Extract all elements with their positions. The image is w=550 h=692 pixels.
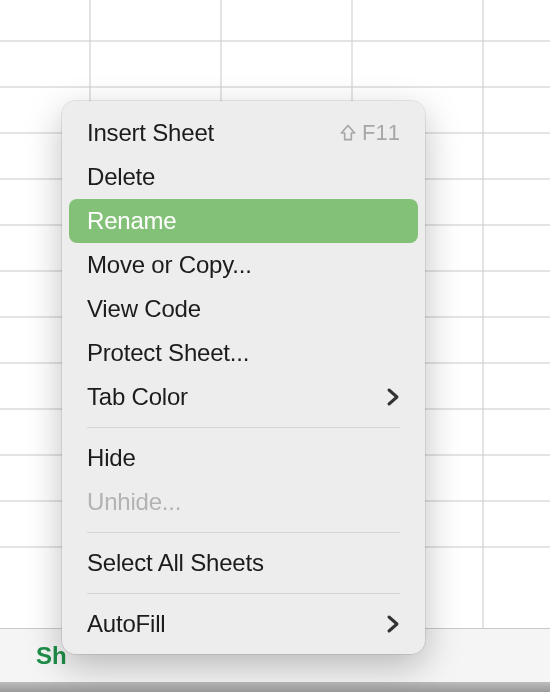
menu-item-label: Delete	[87, 163, 400, 191]
sheet-tab-context-menu: Insert Sheet F11 Delete Rename Move or C…	[62, 101, 425, 654]
menu-item-hide[interactable]: Hide	[69, 436, 418, 480]
menu-item-label: View Code	[87, 295, 400, 323]
menu-item-label: Move or Copy...	[87, 251, 400, 279]
menu-separator	[87, 427, 400, 428]
menu-item-tab-color[interactable]: Tab Color	[69, 375, 418, 419]
menu-item-move-or-copy[interactable]: Move or Copy...	[69, 243, 418, 287]
shift-icon	[338, 123, 358, 143]
menu-separator	[87, 532, 400, 533]
menu-item-label: Tab Color	[87, 383, 386, 411]
menu-item-label: Unhide...	[87, 488, 400, 516]
menu-item-label: AutoFill	[87, 610, 386, 638]
shortcut-key: F11	[362, 120, 400, 146]
menu-item-label: Protect Sheet...	[87, 339, 400, 367]
menu-item-label: Insert Sheet	[87, 119, 338, 147]
menu-item-rename[interactable]: Rename	[69, 199, 418, 243]
window-bottom-edge	[0, 682, 550, 692]
menu-item-select-all-sheets[interactable]: Select All Sheets	[69, 541, 418, 585]
menu-separator	[87, 593, 400, 594]
menu-item-delete[interactable]: Delete	[69, 155, 418, 199]
chevron-right-icon	[386, 614, 400, 634]
menu-item-unhide: Unhide...	[69, 480, 418, 524]
menu-shortcut: F11	[338, 120, 400, 146]
sheet-tab-label[interactable]: Sh	[0, 642, 67, 670]
menu-item-protect-sheet[interactable]: Protect Sheet...	[69, 331, 418, 375]
menu-item-label: Select All Sheets	[87, 549, 400, 577]
chevron-right-icon	[386, 387, 400, 407]
menu-item-label: Hide	[87, 444, 400, 472]
menu-item-autofill[interactable]: AutoFill	[69, 602, 418, 646]
menu-item-insert-sheet[interactable]: Insert Sheet F11	[69, 111, 418, 155]
menu-item-label: Rename	[87, 207, 400, 235]
menu-item-view-code[interactable]: View Code	[69, 287, 418, 331]
